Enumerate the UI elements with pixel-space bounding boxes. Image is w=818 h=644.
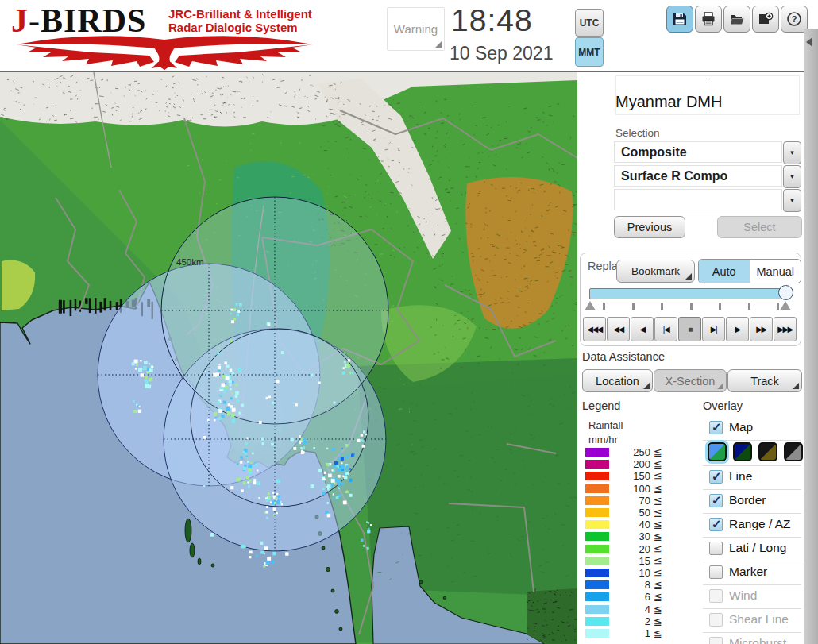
open-folder-button[interactable] [723, 6, 750, 33]
legend-value: 150 [611, 470, 650, 482]
legend-color-swatch [585, 617, 609, 626]
folder-open-icon [729, 11, 745, 27]
dropdown-arrow-3[interactable]: ▼ [783, 189, 801, 212]
location-fold-icon [643, 383, 650, 389]
legend-value: 30 [611, 530, 650, 542]
overlay-item-label[interactable]: Lati / Long [729, 541, 786, 555]
overlay-item-label[interactable]: Map [729, 420, 753, 434]
manual-button[interactable]: Manual [750, 260, 801, 283]
overlay-item-label[interactable]: Line [729, 469, 752, 484]
replay-slider-handle[interactable] [778, 285, 793, 300]
map-style-swatch-4[interactable] [784, 442, 803, 461]
legend-color-swatch [585, 605, 609, 614]
legend-lte-symbol: ≦ [654, 446, 662, 458]
auto-button[interactable]: Auto [699, 260, 750, 283]
warning-button[interactable]: Warning [387, 7, 445, 51]
map-style-swatch-2[interactable] [733, 442, 752, 461]
floppy-icon [672, 11, 688, 27]
dropdown-arrow-1[interactable]: ▼ [783, 141, 801, 164]
mmt-button[interactable]: MMT [575, 37, 604, 67]
overlay-item-label[interactable]: Range / AZ [729, 517, 791, 531]
step-back-button[interactable]: |◀ [654, 317, 677, 341]
legend-color-swatch [585, 580, 609, 589]
legend-color-swatch [585, 545, 609, 553]
overlay-checkbox-map[interactable] [709, 421, 723, 434]
legend-lte-symbol: ≦ [654, 458, 662, 470]
toolbar: ? [666, 6, 808, 33]
location-button[interactable]: Location [582, 369, 653, 392]
legend-color-swatch [585, 508, 609, 517]
x-section-label: X-Section [666, 375, 716, 388]
track-fold-icon [793, 383, 799, 389]
overlay-checkbox-marker[interactable] [709, 565, 723, 579]
question-icon: ? [786, 11, 802, 27]
legend-lte-symbol: ≦ [654, 615, 662, 627]
map-style-swatch-1[interactable] [708, 442, 727, 461]
legend-color-swatch [585, 496, 609, 505]
slider-tick [603, 303, 605, 310]
legend-lte-symbol: ≦ [654, 627, 662, 639]
dropdown-arrow-2[interactable]: ▼ [783, 165, 801, 188]
rewind-fastest-button[interactable]: ◀◀◀ [583, 317, 606, 341]
selection-label: Selection [615, 127, 660, 139]
overlay-item-label[interactable]: Marker [729, 565, 767, 579]
collapse-arrow-icon[interactable] [806, 37, 812, 47]
map-style-swatch-3[interactable] [758, 442, 777, 461]
overlay-checkbox-lati-long[interactable] [709, 542, 723, 555]
legend-title-unit: mm/hr [588, 434, 618, 445]
bookmark-fold-icon [685, 273, 692, 280]
legend-value: 1 [611, 627, 650, 639]
panel-collapse-strip[interactable] [804, 29, 818, 644]
legend-title-rainfall: Rainfall [588, 419, 623, 431]
legend-lte-symbol: ≦ [654, 483, 662, 495]
dropdown-product-2[interactable]: Surface R Compo [614, 165, 782, 187]
forward-button[interactable]: ▶▶ [750, 317, 773, 341]
utc-button[interactable]: UTC [575, 9, 604, 37]
overlay-item-label[interactable]: Border [729, 493, 766, 507]
header: J-BIRDS JRC-Brilliant & Intelligent Rada… [0, 0, 818, 71]
overlay-row: Shear Line [703, 609, 801, 633]
print-button[interactable] [695, 6, 722, 33]
chevron-down-icon: ▼ [789, 173, 796, 180]
bookmark-label: Bookmark [631, 265, 680, 277]
overlay-checkbox-border[interactable] [709, 494, 723, 507]
stop-button[interactable]: ■ [678, 317, 701, 341]
overlay-checkbox-range-az[interactable] [709, 518, 723, 531]
x-section-button[interactable]: X-Section [654, 369, 727, 392]
legend-value: 6 [611, 591, 650, 603]
rewind-button[interactable]: ◀◀ [607, 317, 630, 341]
overlay-checkbox-wind [709, 589, 723, 603]
select-button[interactable]: Select [717, 216, 802, 238]
app-logo-title: J-BIRDS [11, 2, 146, 40]
overlay-list: MapLineBorderRange / AZLati / LongMarker… [703, 417, 801, 644]
play-reverse-button[interactable]: ◀ [631, 317, 654, 341]
track-button[interactable]: Track [727, 369, 802, 392]
previous-button[interactable]: Previous [614, 216, 685, 238]
bookmark-button[interactable]: Bookmark [616, 260, 695, 283]
slider-start-marker[interactable] [585, 301, 596, 310]
overlay-checkbox-line[interactable] [709, 470, 723, 484]
dropdown-product-1[interactable]: Composite [614, 141, 782, 163]
replay-slider-track[interactable] [589, 288, 789, 299]
step-forward-button[interactable]: ▶| [702, 317, 725, 341]
legend-lte-symbol: ≦ [654, 591, 662, 603]
chevron-down-icon: ▼ [789, 149, 796, 156]
legend-value: 250 [611, 446, 650, 458]
slider-end-marker[interactable] [780, 301, 791, 310]
play-button[interactable]: ▶ [726, 317, 749, 341]
slider-tick [777, 303, 779, 310]
jbirds-app: J-BIRDS JRC-Brilliant & Intelligent Rada… [0, 0, 818, 644]
control-panel: Myanmar DMH Selection Composite ▼ Surfac… [577, 72, 804, 644]
dropdown-product-3[interactable] [614, 189, 782, 210]
forward-fastest-button[interactable]: ▶▶▶ [774, 317, 797, 341]
overlay-item-label: Wind [729, 588, 757, 603]
legend-color-swatch [585, 532, 609, 541]
legend-lte-symbol: ≦ [654, 507, 662, 519]
data-assistance-label: Data Assistance [582, 350, 665, 363]
radar-map[interactable]: 450km [0, 72, 577, 644]
capture-image-button[interactable] [752, 6, 779, 33]
overlay-item-label: Shear Line [729, 612, 789, 627]
slider-tick [690, 303, 693, 310]
logo-birds: -BIRDS [29, 2, 146, 39]
save-button[interactable] [666, 6, 693, 33]
